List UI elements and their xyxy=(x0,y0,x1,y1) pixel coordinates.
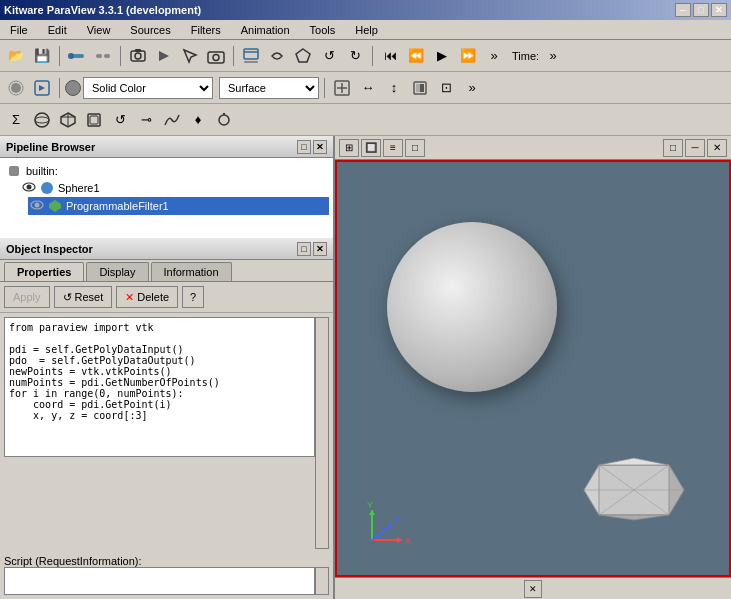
menu-bar: File Edit View Sources Filters Animation… xyxy=(0,20,731,40)
builtin-label xyxy=(8,164,22,177)
close-button[interactable]: ✕ xyxy=(711,3,727,17)
polyhedron-3d xyxy=(579,455,689,525)
representation-dropdown[interactable]: Surface Wireframe Points xyxy=(219,77,319,99)
pipeline-content: builtin: Sphere1 ProgrammableFilte xyxy=(0,158,333,238)
minimize-button[interactable]: ─ xyxy=(675,3,691,17)
query-button[interactable] xyxy=(239,44,263,68)
script-scrollbar[interactable] xyxy=(315,317,329,549)
toolbar-3: Σ ↺ ⊸ ♦ xyxy=(0,104,731,136)
poly-select-button[interactable] xyxy=(291,44,315,68)
glyph-btn[interactable]: ♦ xyxy=(186,108,210,132)
rescale-btn[interactable] xyxy=(330,76,354,100)
left-panel: Pipeline Browser □ ✕ builtin: xyxy=(0,136,335,599)
arrow-button[interactable] xyxy=(152,44,176,68)
delete-button[interactable]: ✕ Delete xyxy=(116,286,178,308)
colorbar-btn[interactable] xyxy=(408,76,432,100)
vp-maxrestore-btn[interactable]: □ xyxy=(663,139,683,157)
inspector-float-btn[interactable]: □ xyxy=(297,242,311,256)
stream-btn[interactable] xyxy=(212,108,236,132)
box-btn[interactable] xyxy=(82,108,106,132)
svg-point-8 xyxy=(213,54,219,60)
first-frame-button[interactable]: ⏮ xyxy=(378,44,402,68)
eye-sphere xyxy=(22,182,36,194)
next-frame-button[interactable]: ⏩ xyxy=(456,44,480,68)
script-request-input[interactable] xyxy=(4,567,315,595)
tab-display[interactable]: Display xyxy=(86,262,148,281)
disconnect-button[interactable] xyxy=(91,44,115,68)
svg-marker-42 xyxy=(599,515,669,520)
reset-button[interactable]: ↺ Reset xyxy=(54,286,113,308)
save-button[interactable]: 💾 xyxy=(30,44,54,68)
object-inspector: Object Inspector □ ✕ Properties Display … xyxy=(0,238,333,599)
menu-view[interactable]: View xyxy=(81,22,117,38)
menu-tools[interactable]: Tools xyxy=(304,22,342,38)
tab-information[interactable]: Information xyxy=(151,262,232,281)
color-dropdown[interactable]: Solid Color xyxy=(83,77,213,99)
right-panel: ⊞ 🔲 ≡ □ □ ─ ✕ xyxy=(335,136,731,599)
viewport-bottom-close[interactable]: ✕ xyxy=(524,580,542,598)
svg-marker-37 xyxy=(49,200,61,212)
svg-rect-2 xyxy=(96,54,102,58)
menu-animation[interactable]: Animation xyxy=(235,22,296,38)
svg-rect-21 xyxy=(420,84,424,92)
vp-close-btn[interactable]: ✕ xyxy=(707,139,727,157)
menu-edit[interactable]: Edit xyxy=(42,22,73,38)
transform-btn[interactable]: ↺ xyxy=(108,108,132,132)
fit-btn[interactable]: ↔ xyxy=(356,76,380,100)
menu-filters[interactable]: Filters xyxy=(185,22,227,38)
maximize-button[interactable]: □ xyxy=(693,3,709,17)
help-button[interactable]: ? xyxy=(182,286,204,308)
request-scrollbar[interactable] xyxy=(315,567,329,595)
sphere-btn[interactable] xyxy=(30,108,54,132)
pipeline-item-sphere1[interactable]: Sphere1 xyxy=(20,179,329,197)
menu-file[interactable]: File xyxy=(4,22,34,38)
svg-rect-20 xyxy=(416,84,420,92)
eye-btn[interactable] xyxy=(4,76,28,100)
vp-min-btn[interactable]: ─ xyxy=(685,139,705,157)
svg-point-5 xyxy=(135,53,141,59)
title-text: Kitware ParaView 3.3.1 (development) xyxy=(4,4,201,16)
prev-frame-button[interactable]: ⏪ xyxy=(404,44,428,68)
redo-button[interactable]: ↻ xyxy=(343,44,367,68)
menu-sources[interactable]: Sources xyxy=(124,22,176,38)
orient-btn[interactable]: ⊡ xyxy=(434,76,458,100)
undo-button[interactable]: ↺ xyxy=(317,44,341,68)
viewport[interactable]: X Y Z xyxy=(335,160,731,577)
lasso-button[interactable] xyxy=(265,44,289,68)
delete-icon: ✕ xyxy=(125,291,134,304)
menu-help[interactable]: Help xyxy=(349,22,384,38)
cube-btn[interactable] xyxy=(56,108,80,132)
contour-btn[interactable] xyxy=(160,108,184,132)
svg-text:Y: Y xyxy=(367,500,373,510)
vp-btn-1[interactable]: ⊞ xyxy=(339,139,359,157)
pipeline-item-builtin[interactable]: builtin: xyxy=(4,162,329,179)
inspector-close-btn[interactable]: ✕ xyxy=(313,242,327,256)
calc-btn[interactable]: Σ xyxy=(4,108,28,132)
script-input[interactable]: from paraview import vtk pdi = self.GetP… xyxy=(4,317,315,457)
vp-btn-3[interactable]: ≡ xyxy=(383,139,403,157)
camera-button[interactable] xyxy=(204,44,228,68)
reset-camera-btn[interactable] xyxy=(30,76,54,100)
pipeline-title: Pipeline Browser xyxy=(6,141,95,153)
pipeline-float-btn[interactable]: □ xyxy=(297,140,311,154)
more-btn-2[interactable]: » xyxy=(541,44,565,68)
measure-btn[interactable]: ⊸ xyxy=(134,108,158,132)
connect-button[interactable] xyxy=(65,44,89,68)
sep-3 xyxy=(233,46,234,66)
camera-plus-button[interactable] xyxy=(126,44,150,68)
tab-properties[interactable]: Properties xyxy=(4,262,84,281)
lock-btn[interactable]: ↕ xyxy=(382,76,406,100)
vp-btn-2[interactable]: 🔲 xyxy=(361,139,381,157)
play-button[interactable]: ▶ xyxy=(430,44,454,68)
more-tb2[interactable]: » xyxy=(460,76,484,100)
pipeline-item-filter1[interactable]: ProgrammableFilter1 xyxy=(28,197,329,215)
svg-rect-11 xyxy=(244,61,258,63)
select-button[interactable] xyxy=(178,44,202,68)
svg-point-33 xyxy=(27,185,32,190)
open-button[interactable]: 📂 xyxy=(4,44,28,68)
script-request-label: Script (RequestInformation): xyxy=(4,555,329,567)
vp-btn-4[interactable]: □ xyxy=(405,139,425,157)
more-btn-1[interactable]: » xyxy=(482,44,506,68)
apply-button[interactable]: Apply xyxy=(4,286,50,308)
pipeline-close-btn[interactable]: ✕ xyxy=(313,140,327,154)
